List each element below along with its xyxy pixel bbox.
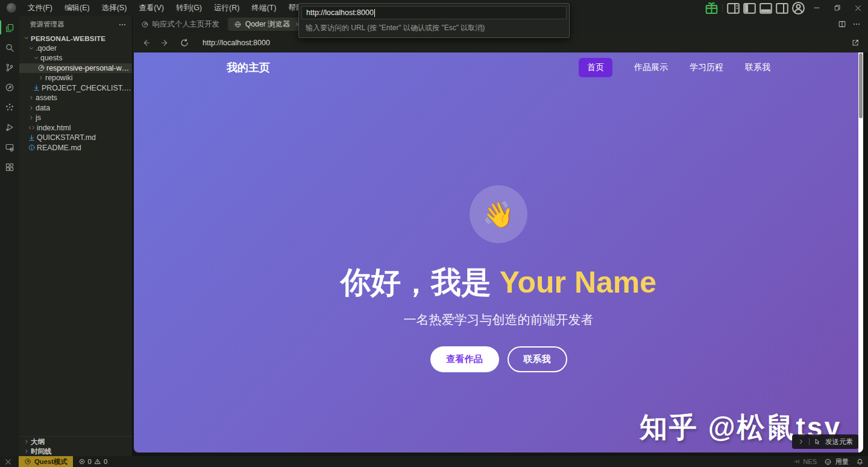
tree-item-label: data	[36, 104, 50, 112]
tree-item[interactable]: data	[19, 103, 132, 113]
activity-search-icon[interactable]	[0, 37, 19, 57]
activity-dependency-graph-icon[interactable]	[0, 97, 19, 117]
divider	[722, 4, 723, 12]
open-external-icon[interactable]	[851, 39, 860, 47]
run-debug-icon	[5, 122, 14, 132]
toggle-right-panel-icon[interactable]	[774, 1, 790, 14]
source-control-icon	[5, 63, 14, 72]
tree-item-label: QUICKSTART.md	[37, 133, 96, 142]
editor-more-actions-icon[interactable]	[852, 20, 861, 28]
tree-item[interactable]: README.md	[19, 143, 132, 153]
chevron-right-icon	[27, 105, 36, 111]
close-window-button[interactable]	[848, 0, 868, 16]
layout-customize-icon[interactable]	[725, 1, 741, 14]
app-logo-icon	[7, 3, 16, 13]
tree-item[interactable]: QUICKSTART.md	[19, 133, 132, 143]
back-icon[interactable]	[141, 38, 151, 48]
tree-item[interactable]: index.html	[19, 123, 132, 133]
menu-item[interactable]: 编辑(E)	[58, 0, 96, 16]
tree-item[interactable]: repowiki	[19, 73, 132, 83]
tab[interactable]: 响应式个人主页开发	[135, 17, 225, 31]
tools-icon[interactable]	[4, 458, 12, 466]
forward-icon[interactable]	[160, 38, 170, 48]
tree-item[interactable]: responsive-personal-website.md	[19, 63, 132, 74]
page-scrollbar[interactable]	[858, 52, 863, 453]
tree-item[interactable]: .qoder	[19, 43, 132, 54]
menu-item[interactable]: 选择(S)	[96, 0, 133, 16]
toggle-bottom-panel-icon[interactable]	[758, 1, 774, 14]
warning-count: 0	[104, 458, 107, 465]
problems-indicator[interactable]: 0 0	[78, 458, 108, 465]
menu-item[interactable]: 文件(F)	[22, 0, 58, 16]
tree-item-label: .qoder	[36, 44, 57, 52]
sidebar-section-时间线[interactable]: 时间线	[19, 446, 132, 456]
minimize-button[interactable]	[807, 0, 827, 16]
sidebar-header: 资源管理器	[19, 16, 132, 33]
chevron-down-icon	[31, 55, 40, 61]
explorer-icon	[5, 23, 14, 33]
send-element-label: 发送元素	[825, 437, 853, 446]
nav-item[interactable]: 首页	[579, 58, 612, 77]
tab[interactable]: Qoder 浏览器	[228, 17, 307, 31]
tree-item[interactable]: js	[19, 113, 132, 123]
tree-item-label: repowiki	[45, 74, 72, 82]
tree-item-label: PERSONAL-WEBSITE	[31, 34, 105, 42]
send-element-widget[interactable]: 发送元素	[792, 434, 858, 449]
section-label: 大纲	[31, 437, 45, 446]
nes-indicator[interactable]: NES	[793, 458, 817, 465]
tree-item[interactable]: assets	[19, 93, 132, 103]
notifications-bell-icon[interactable]	[856, 458, 864, 466]
refresh-icon[interactable]	[180, 38, 189, 48]
tree-item[interactable]: PROJECT_CHECKLIST.md	[19, 83, 132, 94]
hero-subtitle: 一名热爱学习与创造的前端开发者	[404, 311, 594, 328]
tree-item[interactable]: PERSONAL-WEBSITE	[19, 33, 132, 43]
browser-viewport: 我的主页 首页作品展示学习历程联系我 👋 你好，我是 Your Name 一名热…	[134, 52, 863, 453]
activity-bar	[0, 16, 19, 456]
info-icon	[27, 144, 37, 151]
menu-item[interactable]: 查看(V)	[133, 0, 170, 16]
activity-remote-window-icon[interactable]	[0, 137, 19, 157]
usage-indicator[interactable]: 用量	[824, 457, 849, 466]
activity-explorer-icon[interactable]	[0, 17, 19, 37]
nav-item[interactable]: 作品展示	[634, 62, 668, 73]
search-icon	[5, 43, 14, 52]
quest-mode-badge[interactable]: Quest模式	[19, 456, 73, 467]
globe-icon	[234, 21, 242, 28]
url-input[interactable]: http://localhost:8000	[301, 6, 567, 19]
qoder-assistant-icon[interactable]	[703, 1, 720, 14]
quest-file-icon	[141, 21, 149, 28]
activity-extensions-icon[interactable]	[0, 157, 19, 177]
hero-section: 👋 你好，我是 Your Name 一名热爱学习与创造的前端开发者 查看作品 联…	[134, 83, 863, 372]
menu-item[interactable]: 终端(T)	[245, 0, 282, 16]
markdown-icon	[27, 134, 37, 142]
menubar: 文件(F)编辑(E)选择(S)查看(V)转到(G)运行(R)终端(T)帮助(H)	[22, 0, 320, 16]
activity-source-control-icon[interactable]	[0, 57, 19, 77]
sidebar-section-大纲[interactable]: 大纲	[19, 437, 132, 446]
restore-button[interactable]	[827, 0, 848, 16]
titlebar-actions	[703, 0, 868, 16]
chevron-right-icon	[36, 75, 45, 81]
html-icon	[27, 124, 37, 132]
quest-icon	[24, 458, 31, 465]
account-icon[interactable]	[790, 1, 807, 14]
nav-item[interactable]: 学习历程	[690, 62, 723, 73]
chevron-right-icon	[27, 115, 36, 121]
activity-run-debug-icon[interactable]	[0, 117, 19, 137]
chevron-right-icon[interactable]	[797, 438, 805, 445]
menu-item[interactable]: 转到(G)	[170, 0, 208, 16]
activity-quest-icon[interactable]	[0, 77, 19, 97]
toggle-left-panel-icon[interactable]	[741, 1, 758, 14]
tree-item[interactable]: quests	[19, 53, 132, 63]
split-editor-icon[interactable]	[838, 20, 846, 28]
contact-me-button[interactable]: 联系我	[508, 346, 567, 372]
view-works-button[interactable]: 查看作品	[430, 346, 499, 372]
address-bar[interactable]: http://localhost:8000	[203, 39, 270, 47]
hero-title-name: Your Name	[500, 265, 656, 299]
explorer-more-actions-icon[interactable]	[118, 21, 127, 29]
extensions-icon	[5, 162, 14, 172]
tree-item-label: index.html	[37, 124, 71, 132]
nav-item[interactable]: 联系我	[745, 62, 770, 73]
menu-item[interactable]: 运行(R)	[208, 0, 245, 16]
scrollbar-thumb[interactable]	[859, 53, 863, 118]
url-input-hint: 输入要访问的 URL (按 "Enter" 以确认或按 "Esc" 以取消)	[301, 19, 567, 37]
